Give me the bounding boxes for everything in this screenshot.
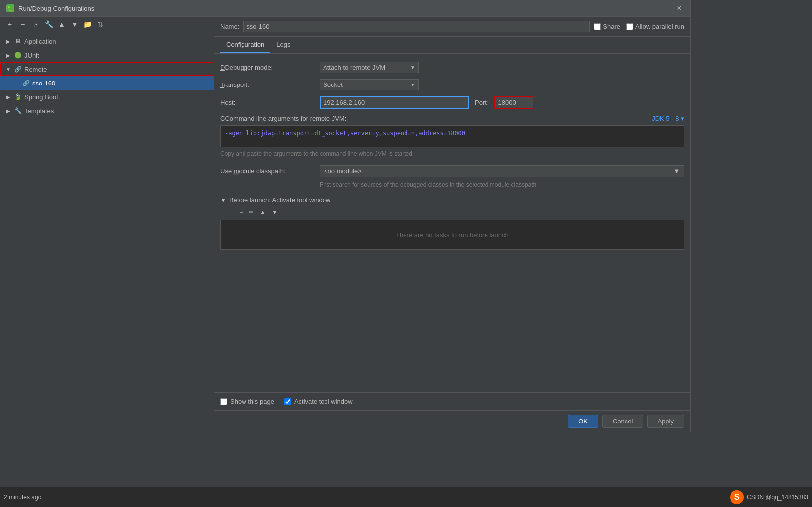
title-bar: 🐛 Run/Debug Configurations ×	[0, 0, 690, 17]
debugger-mode-arrow: ▼	[410, 65, 415, 70]
jdk-version-link[interactable]: JDK 5 - 8 ▾	[652, 115, 684, 122]
tree-item-templates[interactable]: ▶ 🔧 Templates	[0, 104, 214, 118]
transport-label: Transport:	[220, 81, 320, 88]
before-launch-remove[interactable]: −	[238, 208, 245, 217]
debugger-mode-row: DDebugger mode: Attach to remote JVM ▼	[220, 62, 684, 73]
transport-row: Transport: Socket ▼	[220, 79, 684, 90]
tree-label-application: Application	[24, 38, 56, 45]
debugger-mode-value: Attach to remote JVM	[323, 64, 385, 71]
cancel-button[interactable]: Cancel	[602, 415, 643, 428]
tree-arrow-junit: ▶	[4, 51, 12, 59]
move-up-button[interactable]: ▲	[56, 19, 67, 30]
no-tasks-text: There are no tasks to run before launch	[396, 231, 509, 239]
config-tree: ▶ 🖥 Application ▶ 🟢 JUnit ▼ 🔗 Remote	[0, 32, 214, 432]
remove-config-button[interactable]: −	[17, 19, 28, 30]
sort-button[interactable]: ⇅	[95, 19, 106, 30]
folder-button[interactable]: 📁	[82, 19, 93, 30]
tree-icon-sso160: 🔗	[21, 79, 30, 87]
allow-parallel-label: Allow parallel run	[635, 23, 684, 30]
share-checkbox-row: Share	[594, 23, 620, 30]
tree-label-templates: Templates	[24, 107, 54, 115]
parallel-checkbox-row: Allow parallel run	[626, 23, 684, 30]
module-row: Use module classpath: <no module> ▼	[220, 165, 684, 177]
copy-config-button[interactable]: ⎘	[30, 19, 41, 30]
tab-logs[interactable]: Logs	[270, 37, 296, 53]
tree-item-springboot[interactable]: ▶ 🍃 Spring Boot	[0, 90, 214, 104]
cmd-args-hint: Copy and paste the arguments to the comm…	[220, 150, 684, 157]
before-launch-collapse[interactable]: ▼	[220, 197, 226, 204]
config-content: DDebugger mode: Attach to remote JVM ▼ T…	[214, 54, 690, 392]
bottom-checkboxes: Show this page Activate tool window	[214, 392, 690, 410]
run-debug-dialog: 🐛 Run/Debug Configurations × + − ⎘ 🔧 ▲ ▼…	[0, 0, 691, 432]
host-label-text: Host:	[220, 99, 320, 106]
before-launch-edit[interactable]: ✏	[247, 208, 256, 217]
cmd-args-section: CCommand line arguments for remote JVM: …	[220, 115, 684, 157]
taskbar: 2 minutes ago S CSDN @qq_14815383	[0, 487, 812, 507]
debugger-mode-label: DDebugger mode:	[220, 64, 320, 71]
close-button[interactable]: ×	[674, 3, 684, 13]
host-input[interactable]	[320, 96, 469, 109]
move-down-button[interactable]: ▼	[69, 19, 80, 30]
name-input[interactable]	[243, 21, 590, 32]
show-page-checkbox[interactable]	[220, 398, 227, 405]
tree-icon-application: 🖥	[13, 37, 22, 46]
tree-item-application[interactable]: ▶ 🖥 Application	[0, 34, 214, 48]
cmd-args-value: -agentlib:jdwp=transport=dt_socket,serve…	[225, 130, 465, 137]
transport-dropdown[interactable]: Socket ▼	[320, 79, 419, 90]
debugger-mode-dropdown[interactable]: Attach to remote JVM ▼	[320, 62, 419, 73]
title-bar-left: 🐛 Run/Debug Configurations	[6, 4, 94, 12]
add-config-button[interactable]: +	[4, 19, 15, 30]
tree-label-junit: JUnit	[24, 52, 39, 59]
cmd-args-header: CCommand line arguments for remote JVM: …	[220, 115, 684, 122]
show-page-checkbox-row: Show this page	[220, 398, 274, 405]
main-panel: Name: Share Allow parallel run Configura…	[214, 17, 690, 432]
before-launch-add[interactable]: +	[228, 208, 236, 217]
module-classpath-dropdown[interactable]: <no module> ▼	[320, 165, 684, 177]
debug-icon: 🐛	[6, 4, 14, 12]
sidebar-toolbar: + − ⎘ 🔧 ▲ ▼ 📁 ⇅	[0, 17, 214, 32]
tree-icon-templates: 🔧	[13, 106, 22, 115]
sidebar: + − ⎘ 🔧 ▲ ▼ 📁 ⇅ ▶ 🖥 Application	[0, 17, 214, 432]
dialog-body: + − ⎘ 🔧 ▲ ▼ 📁 ⇅ ▶ 🖥 Application	[0, 17, 690, 432]
before-launch-box: There are no tasks to run before launch	[220, 220, 684, 250]
module-hint: First search for sources of the debugged…	[320, 181, 684, 188]
tree-arrow-springboot: ▶	[4, 93, 12, 101]
activate-window-checkbox-row: Activate tool window	[284, 398, 353, 405]
share-checkbox[interactable]	[594, 23, 601, 30]
tree-label-remote: Remote	[24, 66, 47, 73]
module-classpath-value: <no module>	[324, 168, 362, 175]
wrench-button[interactable]: 🔧	[43, 19, 54, 30]
show-page-label: Show this page	[230, 398, 274, 405]
name-right: Share Allow parallel run	[594, 23, 684, 30]
transport-arrow: ▼	[410, 82, 415, 87]
name-label: Name:	[220, 23, 239, 30]
tree-label-sso160: sso-160	[32, 80, 55, 87]
name-row: Name: Share Allow parallel run	[214, 17, 690, 37]
share-label: Share	[603, 23, 620, 30]
port-label-text: Port:	[475, 99, 488, 106]
before-launch-toolbar: + − ✏ ▲ ▼	[228, 208, 684, 217]
cmd-args-label: CCommand line arguments for remote JVM:	[220, 115, 346, 122]
tree-item-junit[interactable]: ▶ 🟢 JUnit	[0, 48, 214, 62]
before-launch-up[interactable]: ▲	[258, 208, 268, 217]
port-input[interactable]	[494, 96, 534, 109]
ok-button[interactable]: OK	[568, 415, 598, 428]
taskbar-left: 2 minutes ago	[4, 494, 41, 501]
activate-window-checkbox[interactable]	[284, 398, 291, 405]
tree-icon-springboot: 🍃	[13, 92, 22, 101]
apply-button[interactable]: Apply	[647, 415, 684, 428]
tab-configuration[interactable]: Configuration	[220, 37, 270, 53]
taskbar-status: 2 minutes ago	[4, 494, 41, 501]
before-launch-down[interactable]: ▼	[270, 208, 280, 217]
dialog-footer: OK Cancel Apply	[214, 410, 690, 432]
tree-item-sso-160[interactable]: 🔗 sso-160	[0, 76, 214, 90]
allow-parallel-checkbox[interactable]	[626, 23, 633, 30]
tree-item-remote[interactable]: ▼ 🔗 Remote	[0, 62, 214, 76]
tree-icon-junit: 🟢	[13, 51, 22, 60]
module-classpath-label: Use module classpath:	[220, 168, 320, 175]
before-launch-section: ▼ Before launch: Activate tool window + …	[220, 196, 684, 250]
tree-arrow-sso160	[12, 79, 20, 87]
tree-label-springboot: Spring Boot	[24, 93, 58, 101]
taskbar-right: S CSDN @qq_14815383	[730, 490, 808, 504]
cmd-args-box: -agentlib:jdwp=transport=dt_socket,serve…	[220, 125, 684, 147]
